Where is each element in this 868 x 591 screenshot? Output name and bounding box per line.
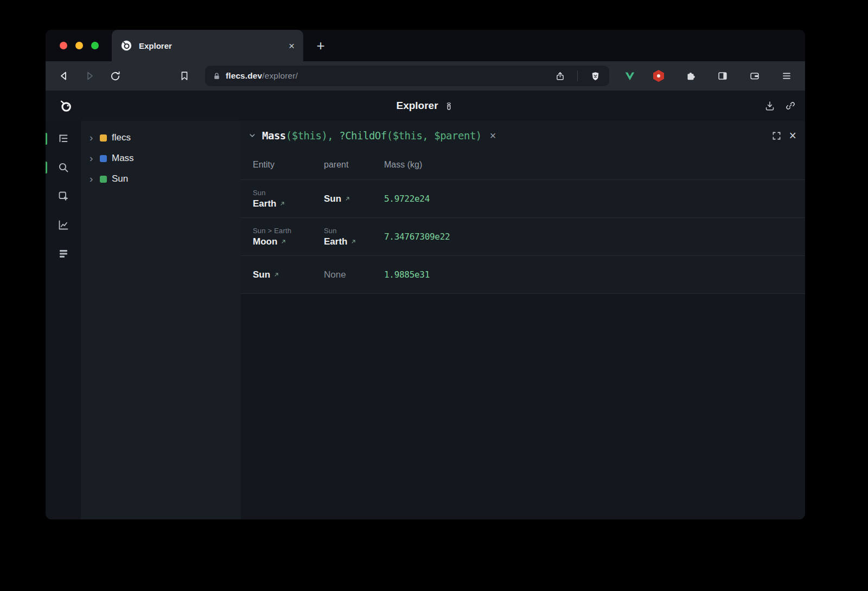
query-close-icon[interactable]: × xyxy=(789,130,796,142)
link-arrow-icon[interactable] xyxy=(273,272,279,278)
entity-cell[interactable]: Sun xyxy=(253,269,324,280)
left-icon-rail xyxy=(46,121,81,519)
entity-cell[interactable]: Sun Earth xyxy=(253,189,324,209)
cell-name[interactable]: Sun xyxy=(324,194,384,204)
query-text[interactable]: Mass($this), ?ChildOf($this, $parent) xyxy=(262,130,482,142)
reload-button[interactable] xyxy=(105,66,125,86)
traffic-lights xyxy=(46,30,112,61)
parent-cell[interactable]: Sun xyxy=(324,194,384,204)
chevron-down-icon[interactable] xyxy=(247,131,257,140)
forward-button[interactable] xyxy=(80,66,99,86)
mass-cell: 5.9722e24 xyxy=(384,194,805,204)
url-text[interactable]: flecs.dev/explorer/ xyxy=(226,71,298,81)
brave-shield-icon[interactable] xyxy=(585,66,605,86)
link-arrow-icon[interactable] xyxy=(280,239,286,245)
cell-name[interactable]: Earth xyxy=(324,236,384,247)
bookmark-icon[interactable] xyxy=(175,66,194,86)
cell-path: Sun > Earth xyxy=(253,227,324,235)
address-bar[interactable]: flecs.dev/explorer/ xyxy=(205,66,609,86)
vue-devtools-icon[interactable] xyxy=(623,69,636,82)
query-segment: ($this), xyxy=(286,130,339,142)
cell-name[interactable]: Sun xyxy=(253,269,324,280)
hexagon-dot xyxy=(657,74,660,78)
flecs-logo[interactable] xyxy=(59,99,73,113)
close-window-button[interactable] xyxy=(60,42,67,49)
tree-view-button[interactable] xyxy=(46,132,81,146)
zoom-window-button[interactable] xyxy=(91,42,99,49)
tree-item-label: flecs xyxy=(112,132,131,143)
link-arrow-icon[interactable] xyxy=(350,239,356,245)
query-clear-icon[interactable]: × xyxy=(490,130,496,141)
tree-item[interactable]: › flecs xyxy=(90,127,241,148)
cell-name-text: Sun xyxy=(253,269,270,280)
fullscreen-icon[interactable] xyxy=(771,130,782,142)
cell-name: None xyxy=(324,269,384,280)
cell-name-text: None xyxy=(324,269,346,280)
share-link-icon[interactable] xyxy=(784,100,796,112)
table-row[interactable]: Sun Earth Sun 5.9722e24 xyxy=(241,179,805,217)
desktop-background: { "glyphs": { "close": "×", "new_tab": "… xyxy=(0,0,868,591)
browser-window: Explorer × + fle xyxy=(46,30,805,519)
table-row[interactable]: Sun None 1.9885e31 xyxy=(241,255,805,293)
tree-item-swatch xyxy=(100,176,107,183)
parent-cell[interactable]: Sun Earth xyxy=(324,227,384,247)
adblock-extension-icon[interactable] xyxy=(649,66,668,86)
sidebar-toggle-icon[interactable] xyxy=(713,66,732,86)
extensions-puzzle-icon[interactable] xyxy=(681,66,700,86)
connection-remote-icon[interactable] xyxy=(444,100,455,112)
browser-tab-explorer[interactable]: Explorer × xyxy=(112,30,303,61)
query-segment: ?ChildOf xyxy=(339,130,387,142)
cell-name-text: Moon xyxy=(253,236,277,247)
tree-item-chevron[interactable]: › xyxy=(90,132,95,143)
cell-name-text: Earth xyxy=(324,236,347,247)
tab-close-icon[interactable]: × xyxy=(289,41,295,51)
tree-item-swatch xyxy=(100,155,107,162)
query-segment: ($this, $parent) xyxy=(387,130,482,142)
query-bar-actions: × xyxy=(771,130,796,142)
mass-value: 5.9722e24 xyxy=(384,194,430,204)
link-arrow-icon[interactable] xyxy=(344,196,350,202)
mass-cell: 1.9885e31 xyxy=(384,269,805,280)
query-search-button[interactable] xyxy=(46,160,81,175)
download-icon[interactable] xyxy=(764,100,776,112)
tree-item-chevron[interactable]: › xyxy=(90,174,95,184)
tree-item-label: Mass xyxy=(112,153,134,164)
wallet-icon[interactable] xyxy=(745,66,764,86)
back-button[interactable] xyxy=(54,66,74,86)
stats-button[interactable] xyxy=(46,247,81,261)
charts-button[interactable] xyxy=(46,218,81,232)
cell-name-text: Sun xyxy=(324,194,341,204)
lock-icon xyxy=(212,72,221,81)
browser-tab-strip: Explorer × + xyxy=(46,30,805,61)
cell-name[interactable]: Moon xyxy=(253,236,324,247)
column-header: parent xyxy=(324,160,384,170)
browser-extensions xyxy=(623,66,796,86)
entity-tree: › flecs › Mass › Sun xyxy=(81,121,241,519)
entity-cell[interactable]: Sun > Earth Moon xyxy=(253,227,324,247)
app-header: Explorer xyxy=(46,91,805,121)
minimize-window-button[interactable] xyxy=(75,42,83,49)
browser-menu-icon[interactable] xyxy=(777,66,796,86)
column-header: Entity xyxy=(253,160,324,170)
tab-title: Explorer xyxy=(139,41,282,50)
url-domain: flecs.dev xyxy=(226,71,262,80)
tree-item[interactable]: › Mass xyxy=(90,148,241,169)
cell-name[interactable]: Earth xyxy=(253,198,324,209)
link-arrow-icon[interactable] xyxy=(279,201,285,207)
parent-cell[interactable]: None xyxy=(324,269,384,280)
table-row[interactable]: Sun > Earth Moon Sun Earth 7.34767309e22 xyxy=(241,217,805,255)
query-result-section: Mass($this), ?ChildOf($this, $parent) × … xyxy=(241,121,805,294)
tree-item[interactable]: › Sun xyxy=(90,169,241,189)
cell-path: Sun xyxy=(253,189,324,197)
mass-cell: 7.34767309e22 xyxy=(384,232,805,242)
new-tab-button[interactable]: + xyxy=(310,30,331,61)
inspector-button[interactable] xyxy=(46,189,81,203)
result-table-body: Sun Earth Sun 5.9722e24 Sun > Earth xyxy=(241,179,805,294)
tree-item-label: Sun xyxy=(112,174,128,184)
tree-item-chevron[interactable]: › xyxy=(90,153,95,163)
share-icon[interactable] xyxy=(550,66,570,86)
query-panel: Mass($this), ?ChildOf($this, $parent) × … xyxy=(241,121,805,519)
tree-item-swatch xyxy=(100,134,107,142)
query-bar: Mass($this), ?ChildOf($this, $parent) × … xyxy=(241,121,805,150)
flecs-favicon xyxy=(120,40,132,52)
